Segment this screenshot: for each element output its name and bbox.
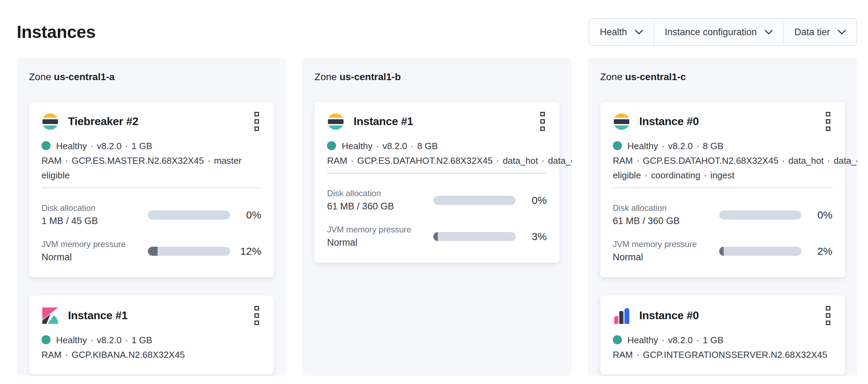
stat-percent: 12% — [240, 245, 261, 257]
meta-item: Healthy — [342, 141, 372, 151]
elasticsearch-logo-icon — [327, 113, 344, 130]
filter-button-data-tier[interactable]: Data tier — [783, 19, 856, 45]
zone-label: Zone — [600, 71, 623, 82]
stat-label: Disk allocation — [41, 202, 148, 214]
stat-label: Disk allocation — [327, 187, 433, 199]
card-divider — [41, 187, 261, 188]
usage-bar — [148, 247, 230, 256]
stat-percent: 0% — [817, 209, 832, 221]
meta-separator: · — [376, 141, 379, 151]
meta-item: GCP.ES.DATAHOT.N2.68X32X45 — [357, 155, 493, 166]
elasticsearch-logo-icon — [41, 113, 59, 130]
chevron-down-icon — [838, 30, 846, 34]
card-stats: Disk allocation 1 MB / 45 GB 0% JVM memo… — [41, 202, 261, 264]
meta-item: v8.2.0 — [97, 335, 122, 345]
meta-separator: · — [90, 141, 93, 151]
stat-left: JVM memory pressure Normal — [327, 224, 433, 249]
instance-card: Instance #1 Healthy·v8.2.0·1 GB RAM·GCP.… — [29, 295, 274, 375]
meta-separator: · — [696, 335, 699, 345]
stat-row: JVM memory pressure Normal 3% — [327, 224, 547, 249]
stat-percent: 2% — [817, 245, 832, 257]
stat-left: Disk allocation 61 MB / 360 GB — [613, 202, 719, 228]
meta-separator: · — [636, 155, 639, 166]
filter-group: Health Instance configuration Data tier — [589, 18, 857, 46]
stat-left: JVM memory pressure Normal — [613, 238, 719, 264]
usage-bar — [719, 210, 801, 220]
kibana-logo-svg — [41, 307, 59, 324]
stat-row: Disk allocation 61 MB / 360 GB 0% — [613, 202, 832, 228]
card-stats: Disk allocation 61 MB / 360 GB 0% JVM me… — [327, 187, 547, 249]
zone-panel: Zone us-central1-b Instance #1 Healthy·v… — [302, 57, 571, 376]
instance-actions-button[interactable] — [252, 305, 261, 327]
meta-item: v8.2.0 — [382, 141, 407, 151]
zone-heading: Zone us-central1-c — [600, 70, 845, 84]
filter-button-label: Instance configuration — [665, 27, 757, 38]
stat-percent: 3% — [532, 231, 547, 243]
stat-row: JVM memory pressure Normal 2% — [613, 238, 832, 264]
boxes-vertical-icon — [254, 112, 259, 131]
instance-title: Tiebreaker #2 — [68, 115, 138, 128]
instance-actions-button[interactable] — [824, 110, 832, 132]
instance-card: Instance #0 Healthy·v8.2.0·8 GB RAM·GCP.… — [600, 102, 845, 277]
meta-separator: · — [541, 155, 545, 166]
usage-bar-fill — [433, 232, 438, 241]
zones-grid: Zone us-central1-a Tiebreaker #2 Healthy… — [17, 57, 857, 376]
instance-meta: Healthy·v8.2.0·8 GB RAM·GCP.ES.DATAHOT.N… — [327, 139, 547, 168]
boxes-vertical-icon — [826, 112, 830, 131]
stat-value: Normal — [613, 250, 719, 264]
instance-actions-button[interactable] — [538, 110, 547, 132]
meta-item: Healthy — [56, 141, 87, 151]
meta-item: data_content — [833, 155, 857, 166]
stat-percent: 0% — [532, 194, 547, 206]
stat-percent: 0% — [246, 209, 261, 221]
stat-left: Disk allocation 1 MB / 45 GB — [41, 202, 148, 228]
chevron-down-icon — [635, 30, 643, 34]
meta-separator: · — [125, 141, 128, 151]
stat-value: 61 MB / 360 GB — [613, 214, 719, 228]
usage-bar — [433, 232, 516, 241]
stat-left: JVM memory pressure Normal — [41, 238, 148, 264]
card-header: Instance #0 — [613, 305, 832, 327]
instance-actions-button[interactable] — [252, 110, 261, 132]
meta-item: coordinating — [651, 170, 700, 181]
filter-button-health[interactable]: Health — [589, 19, 654, 45]
meta-separator: · — [782, 155, 785, 166]
instance-title: Instance #1 — [68, 309, 128, 322]
boxes-vertical-icon — [540, 112, 545, 131]
boxes-vertical-icon — [826, 306, 830, 325]
meta-separator: · — [351, 155, 354, 166]
meta-separator: · — [827, 155, 830, 166]
usage-bar — [148, 210, 230, 220]
health-dot-icon — [41, 141, 51, 150]
health-dot-icon — [613, 335, 622, 344]
stat-value: Normal — [327, 236, 433, 249]
meta-separator: · — [90, 335, 93, 345]
meta-separator: · — [207, 155, 211, 166]
card-header: Instance #1 — [327, 110, 547, 132]
meta-item: Healthy — [627, 335, 658, 345]
stat-label: Disk allocation — [613, 202, 719, 214]
usage-bar — [433, 196, 516, 205]
chevron-down-icon — [764, 30, 773, 34]
usage-bar-fill — [719, 247, 724, 256]
health-dot-icon — [41, 335, 51, 344]
instance-actions-button[interactable] — [824, 305, 832, 327]
stat-value: 1 MB / 45 GB — [41, 214, 148, 228]
page-title: Instances — [17, 22, 96, 42]
zone-heading: Zone us-central1-b — [314, 70, 559, 84]
meta-item: Healthy — [627, 141, 658, 151]
usage-bar-fill — [148, 247, 158, 256]
meta-separator: · — [704, 170, 707, 181]
filter-button-instance-configuration[interactable]: Instance configuration — [654, 19, 783, 45]
health-dot-icon — [613, 141, 622, 150]
instance-meta: Healthy·v8.2.0·1 GB RAM·GCP.ES.MASTER.N2… — [41, 139, 261, 183]
meta-separator: · — [411, 141, 414, 151]
meta-item: data_hot — [503, 155, 538, 166]
meta-separator: · — [65, 155, 68, 166]
stat-row: Disk allocation 61 MB / 360 GB 0% — [327, 187, 547, 213]
elasticsearch-logo-svg — [327, 113, 344, 130]
elasticsearch-logo-svg — [41, 113, 59, 130]
filter-button-label: Data tier — [794, 27, 830, 38]
zone-name: us-central1-c — [625, 71, 686, 82]
instance-title: Instance #0 — [639, 309, 699, 322]
